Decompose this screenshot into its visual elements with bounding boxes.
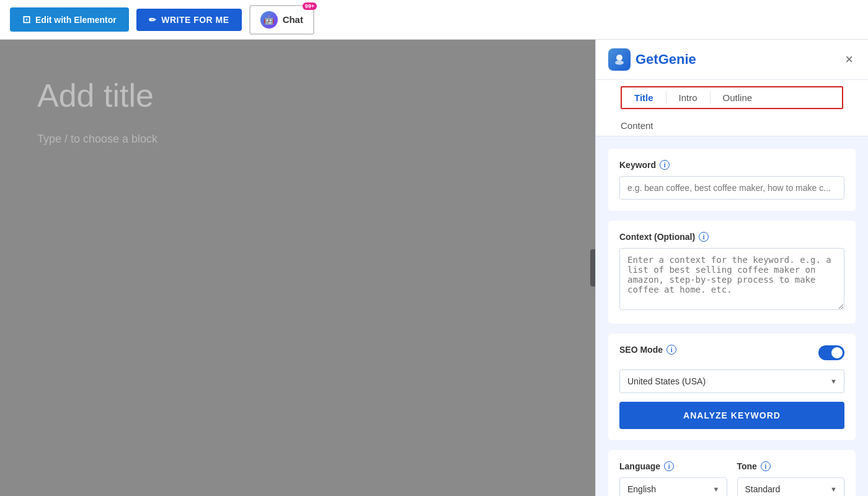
tab-title[interactable]: Title xyxy=(622,87,666,108)
svg-point-0 xyxy=(616,55,622,61)
editor-block-placeholder: Type / to choose a block xyxy=(37,133,558,146)
editor-canvas[interactable]: Add title Type / to choose a block xyxy=(0,40,595,496)
language-tone-section: Language i English Spanish French German xyxy=(608,450,856,496)
chat-button[interactable]: 🤖 99+ Chat xyxy=(249,5,314,35)
language-label: Language xyxy=(619,461,660,471)
top-bar: ⊡ Edit with Elementor ✏ WRITE FOR ME 🤖 9… xyxy=(0,0,868,40)
context-info-icon[interactable]: i xyxy=(699,232,709,242)
keyword-label: Keyword xyxy=(619,160,656,170)
chat-badge: 99+ xyxy=(303,2,317,10)
tone-info-icon[interactable]: i xyxy=(761,461,771,471)
tab-intro[interactable]: Intro xyxy=(666,87,710,108)
tone-field: Tone i Standard Professional Casual Form… xyxy=(737,461,845,496)
language-field: Language i English Spanish French German xyxy=(619,461,727,496)
sidebar-handle[interactable] xyxy=(590,249,595,286)
tone-label-row: Tone i xyxy=(737,461,845,471)
keyword-label-row: Keyword i xyxy=(619,160,844,170)
keyword-info-icon[interactable]: i xyxy=(660,160,670,170)
tab-content[interactable]: Content xyxy=(608,115,666,136)
chat-avatar-icon: 🤖 xyxy=(260,11,278,29)
panel-logo-text: GetGenie xyxy=(636,51,696,68)
seo-mode-label-row: SEO Mode i xyxy=(619,345,676,355)
right-panel: GetGenie × Title Intro Outline Content K… xyxy=(595,40,868,496)
edit-elementor-label: Edit with Elementor xyxy=(35,15,117,25)
edit-elementor-button[interactable]: ⊡ Edit with Elementor xyxy=(10,7,129,32)
elementor-icon: ⊡ xyxy=(22,14,30,25)
context-textarea[interactable] xyxy=(619,248,844,310)
seo-mode-label: SEO Mode xyxy=(619,345,663,355)
language-tone-grid: Language i English Spanish French German xyxy=(619,461,844,496)
seo-mode-toggle[interactable] xyxy=(818,345,844,360)
seo-section: SEO Mode i United States (USA) United Ki… xyxy=(608,334,856,440)
seo-mode-row: SEO Mode i xyxy=(619,345,844,361)
chat-label: Chat xyxy=(283,14,303,25)
analyze-keyword-button[interactable]: ANALYZE KEYWORD xyxy=(619,402,844,429)
tone-select-wrapper: Standard Professional Casual Formal xyxy=(737,477,845,496)
language-select-wrapper: English Spanish French German xyxy=(619,477,727,496)
write-for-me-button[interactable]: ✏ WRITE FOR ME xyxy=(136,9,242,31)
pen-icon: ✏ xyxy=(149,15,157,25)
context-section: Context (Optional) i xyxy=(608,221,856,324)
context-label: Context (Optional) xyxy=(619,232,695,242)
svg-point-1 xyxy=(615,61,624,65)
tone-label: Tone xyxy=(737,461,757,471)
write-for-me-label: WRITE FOR ME xyxy=(161,15,229,25)
editor-title-placeholder: Add title xyxy=(37,77,558,114)
tone-select[interactable]: Standard Professional Casual Formal xyxy=(737,477,845,496)
tab-outline[interactable]: Outline xyxy=(711,87,765,108)
keyword-section: Keyword i xyxy=(608,149,856,211)
language-label-row: Language i xyxy=(619,461,727,471)
seo-mode-info-icon[interactable]: i xyxy=(666,345,676,355)
tabs-container: Title Intro Outline Content xyxy=(596,80,868,136)
country-select-wrapper: United States (USA) United Kingdom (UK) … xyxy=(619,370,844,393)
panel-logo: GetGenie xyxy=(608,48,696,71)
panel-body: Keyword i Context (Optional) i SEO Mode xyxy=(596,136,868,496)
getgenie-logo-icon xyxy=(608,48,631,71)
panel-close-button[interactable]: × xyxy=(843,49,856,70)
panel-header: GetGenie × xyxy=(596,40,868,80)
tabs-border-box: Title Intro Outline xyxy=(621,86,843,109)
keyword-input[interactable] xyxy=(619,176,844,200)
context-label-row: Context (Optional) i xyxy=(619,232,844,242)
language-info-icon[interactable]: i xyxy=(664,461,674,471)
country-select[interactable]: United States (USA) United Kingdom (UK) … xyxy=(619,370,844,393)
main-area: Add title Type / to choose a block GetGe… xyxy=(0,40,868,496)
language-select[interactable]: English Spanish French German xyxy=(619,477,727,496)
